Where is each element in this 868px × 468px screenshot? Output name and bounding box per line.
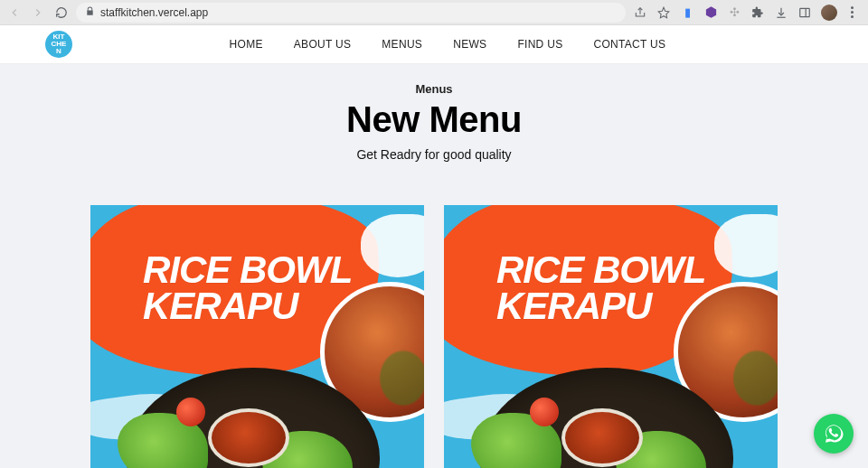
extension-icon-1[interactable]: ▮ bbox=[680, 5, 694, 20]
section-title: New Menu bbox=[0, 99, 868, 140]
site-logo[interactable]: KITCHEN bbox=[45, 31, 72, 58]
browser-toolbar: staffkitchen.vercel.app ▮ ✣ bbox=[0, 0, 868, 25]
section-subtitle: Get Readry for good quality bbox=[0, 147, 868, 162]
decoration bbox=[361, 214, 424, 277]
nav-menus[interactable]: MENUS bbox=[382, 38, 422, 51]
profile-avatar[interactable] bbox=[821, 5, 837, 21]
side-panel-icon[interactable] bbox=[797, 5, 812, 20]
download-icon[interactable] bbox=[774, 5, 788, 20]
address-bar[interactable]: staffkitchen.vercel.app bbox=[76, 3, 626, 23]
share-icon[interactable] bbox=[633, 5, 647, 20]
browser-nav-controls bbox=[7, 5, 69, 20]
decoration bbox=[561, 408, 643, 467]
menu-cards: RICE BOWL KERAPU RICE BOWL KERAPU bbox=[0, 205, 868, 468]
browser-right-controls: ▮ ✣ bbox=[633, 5, 861, 21]
extensions-puzzle-icon[interactable] bbox=[750, 5, 765, 20]
extension-icon-2[interactable] bbox=[703, 5, 718, 20]
page-content: Menus New Menu Get Readry for good quali… bbox=[0, 64, 868, 468]
site-header: KITCHEN HOME ABOUT US MENUS NEWS FIND US… bbox=[0, 25, 868, 64]
decoration bbox=[530, 398, 559, 426]
menu-card[interactable]: RICE BOWL KERAPU bbox=[444, 205, 778, 468]
whatsapp-button[interactable] bbox=[814, 414, 854, 454]
url-text: staffkitchen.vercel.app bbox=[100, 6, 208, 19]
nav-news[interactable]: NEWS bbox=[453, 38, 486, 51]
section-eyebrow: Menus bbox=[0, 82, 868, 96]
reload-button[interactable] bbox=[54, 5, 69, 20]
browser-menu-button[interactable] bbox=[846, 5, 857, 20]
nav-contact-us[interactable]: CONTACT US bbox=[593, 38, 665, 51]
lock-icon bbox=[85, 6, 95, 18]
extension-icon-3[interactable]: ✣ bbox=[727, 5, 741, 20]
decoration bbox=[714, 214, 778, 277]
decoration bbox=[208, 408, 289, 467]
nav-home[interactable]: HOME bbox=[230, 38, 263, 51]
main-nav: HOME ABOUT US MENUS NEWS FIND US CONTACT… bbox=[72, 38, 823, 51]
star-icon[interactable] bbox=[656, 5, 671, 20]
nav-find-us[interactable]: FIND US bbox=[517, 38, 562, 51]
back-button[interactable] bbox=[7, 5, 22, 20]
forward-button[interactable] bbox=[31, 5, 45, 20]
svg-rect-0 bbox=[800, 8, 810, 16]
whatsapp-icon bbox=[823, 423, 844, 445]
decoration bbox=[176, 398, 205, 426]
menu-card[interactable]: RICE BOWL KERAPU bbox=[90, 205, 424, 468]
nav-about-us[interactable]: ABOUT US bbox=[294, 38, 352, 51]
menu-card-title: RICE BOWL KERAPU bbox=[143, 252, 352, 324]
menu-card-title: RICE BOWL KERAPU bbox=[496, 252, 705, 324]
